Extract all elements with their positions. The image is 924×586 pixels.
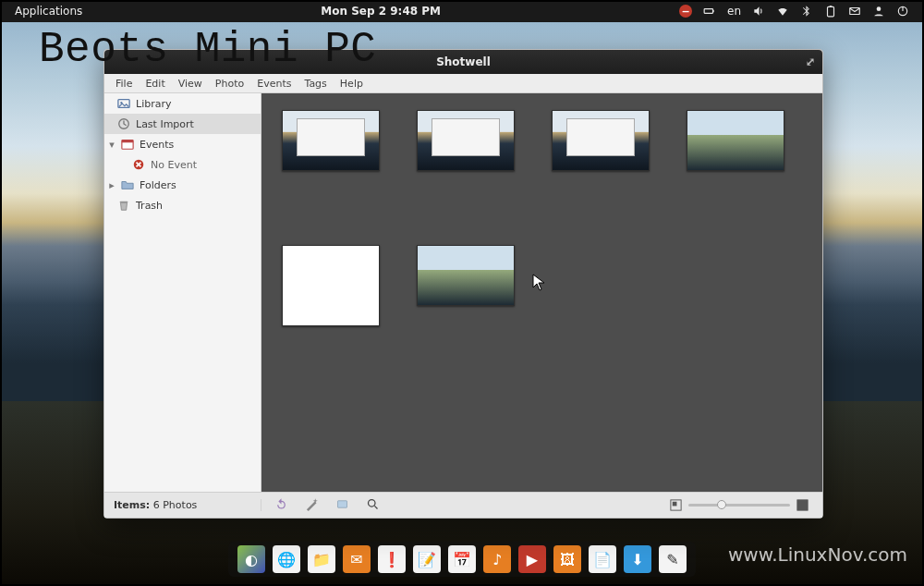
zoom-in-icon — [796, 498, 809, 512]
svg-rect-0 — [704, 9, 712, 14]
top-panel: Applications Mon Sep 2 9:48 PM − en — [0, 0, 924, 22]
maximize-icon[interactable]: ⤢ — [806, 55, 815, 68]
thumbnail-grid[interactable] — [261, 93, 822, 492]
svg-rect-7 — [902, 6, 903, 11]
search-button[interactable] — [366, 497, 380, 514]
dock-app-editor[interactable]: ✎ — [659, 545, 687, 573]
keyboard-layout-indicator[interactable]: en — [722, 5, 747, 18]
sidebar-item-last-import[interactable]: Last Import — [104, 114, 261, 134]
menu-view[interactable]: View — [173, 76, 208, 92]
window-title: Shotwell — [436, 55, 491, 68]
sidebar-item-label: Last Import — [136, 118, 194, 130]
svg-point-5 — [877, 6, 881, 11]
zoom-out-icon — [669, 498, 683, 512]
power-status-indicator[interactable] — [819, 5, 843, 18]
menu-photo[interactable]: Photo — [210, 76, 249, 92]
dock-app-launcher[interactable]: ◐ — [237, 545, 265, 573]
svg-rect-20 — [673, 502, 677, 507]
sidebar: Library Last Import ▾ Events No Event — [104, 93, 261, 492]
bluetooth-indicator[interactable] — [795, 5, 819, 18]
dock: ◐ 🌐 📁 ✉ ❗ 📝 📅 ♪ ▶ 🖼 📄 ⬇ ✎ — [228, 542, 696, 577]
photo-thumbnail[interactable] — [282, 245, 380, 326]
menu-help[interactable]: Help — [334, 76, 369, 92]
rotate-left-button[interactable] — [274, 497, 288, 514]
statusbar: Items: 6 Photos — [104, 492, 822, 518]
sidebar-item-label: Events — [140, 139, 174, 151]
svg-rect-22 — [797, 500, 808, 510]
shutdown-indicator[interactable] — [891, 5, 915, 18]
dock-app-notes[interactable]: 📝 — [413, 545, 441, 573]
dock-app-files[interactable]: 📁 — [308, 545, 335, 573]
svg-rect-1 — [713, 10, 714, 12]
svg-rect-2 — [828, 6, 834, 16]
sidebar-item-label: Trash — [136, 200, 163, 212]
sidebar-item-folders[interactable]: ▸ Folders — [104, 175, 261, 195]
sidebar-item-library[interactable]: Library — [104, 93, 261, 114]
dock-app-calendar[interactable]: 📅 — [448, 545, 476, 573]
menubar: File Edit View Photo Events Tags Help — [104, 74, 822, 93]
photo-thumbnail[interactable] — [282, 110, 380, 171]
dock-app-docs[interactable]: 📄 — [589, 545, 616, 573]
shotwell-window: Shotwell ⤢ File Edit View Photo Events T… — [103, 49, 823, 519]
trash-icon — [117, 199, 130, 212]
items-count: 6 Photos — [153, 499, 198, 511]
events-icon — [121, 138, 134, 151]
user-indicator[interactable] — [867, 5, 891, 18]
dock-app-tasks[interactable]: ❗ — [378, 545, 406, 573]
photo-thumbnail[interactable] — [552, 110, 650, 171]
photo-thumbnail[interactable] — [417, 245, 515, 306]
notification-indicator[interactable]: − — [674, 5, 698, 18]
sidebar-item-no-event[interactable]: No Event — [104, 154, 261, 175]
dock-app-photos[interactable]: 🖼 — [553, 545, 581, 573]
dock-app-browser[interactable]: 🌐 — [273, 545, 300, 573]
sound-indicator[interactable] — [747, 5, 771, 18]
svg-rect-12 — [122, 140, 133, 143]
dock-app-download[interactable]: ⬇ — [624, 545, 651, 573]
window-titlebar[interactable]: Shotwell ⤢ — [104, 50, 822, 74]
items-label: Items: — [114, 499, 150, 511]
sidebar-item-label: Library — [136, 98, 171, 110]
svg-point-18 — [369, 499, 376, 507]
svg-rect-16 — [120, 201, 128, 203]
expand-icon[interactable]: ▾ — [108, 139, 116, 151]
zoom-slider[interactable] — [669, 498, 809, 512]
panel-clock[interactable]: Mon Sep 2 9:48 PM — [315, 5, 446, 18]
applications-menu[interactable]: Applications — [9, 5, 88, 18]
svg-rect-3 — [830, 6, 832, 6]
menu-edit[interactable]: Edit — [140, 76, 170, 92]
dock-app-music[interactable]: ♪ — [483, 545, 511, 573]
menu-events[interactable]: Events — [251, 76, 297, 92]
photo-thumbnail[interactable] — [687, 110, 784, 171]
sidebar-item-events[interactable]: ▾ Events — [104, 134, 261, 154]
expand-icon[interactable]: ▸ — [108, 179, 116, 191]
mail-indicator[interactable] — [843, 5, 867, 18]
battery-indicator[interactable] — [698, 5, 722, 18]
clock-icon — [117, 117, 130, 130]
dock-app-video[interactable]: ▶ — [518, 545, 546, 573]
network-indicator[interactable] — [771, 5, 795, 18]
menu-file[interactable]: File — [110, 76, 138, 92]
dock-app-mail[interactable]: ✉ — [343, 545, 371, 573]
library-icon — [117, 97, 130, 110]
sidebar-item-label: No Event — [151, 159, 197, 171]
no-event-icon — [132, 158, 145, 171]
folder-icon — [121, 178, 134, 191]
svg-rect-17 — [338, 500, 347, 507]
menu-tags[interactable]: Tags — [298, 76, 332, 92]
sidebar-item-label: Folders — [140, 179, 176, 191]
crop-button[interactable] — [335, 497, 349, 514]
photo-thumbnail[interactable] — [417, 110, 515, 171]
enhance-button[interactable] — [305, 497, 319, 514]
sidebar-item-trash[interactable]: Trash — [104, 195, 261, 215]
